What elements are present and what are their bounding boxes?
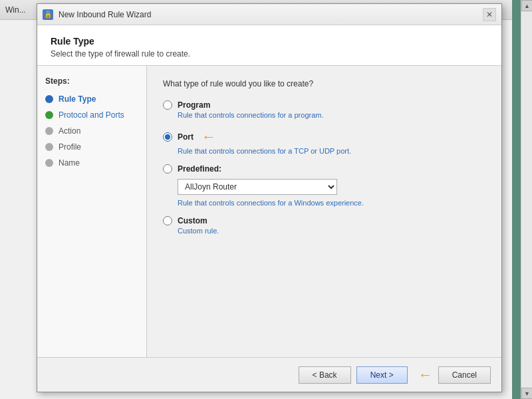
step-label-rule-type: Rule Type	[59, 94, 96, 104]
port-arrow-annotation: ←	[201, 128, 216, 146]
step-action[interactable]: Action	[37, 123, 146, 139]
dialog-header-subtitle: Select the type of firewall rule to crea…	[51, 49, 488, 59]
step-name[interactable]: Name	[37, 155, 146, 171]
step-label-profile: Profile	[59, 142, 81, 152]
bg-window-title: Win...	[5, 5, 26, 15]
radio-program-input[interactable]	[163, 100, 172, 110]
scrollbar[interactable]: ▲ ▼	[521, 0, 532, 399]
radio-custom-row: Custom	[163, 216, 485, 225]
radio-custom-label[interactable]: Custom	[178, 216, 207, 225]
radio-port-inner: Port	[163, 132, 194, 142]
radio-predefined-input[interactable]	[163, 164, 172, 174]
radio-port-desc: Rule that controls connections for a TCP…	[178, 147, 485, 155]
dialog-footer: < Back Next > ← Cancel	[37, 357, 501, 392]
dialog-title: New Inbound Rule Wizard	[59, 10, 151, 19]
dialog-header-title: Rule Type	[51, 36, 488, 47]
dialog-body: Steps: Rule Type Protocol and Ports Acti…	[37, 66, 501, 374]
main-content: What type of rule would you like to crea…	[147, 66, 501, 374]
radio-group: Program Rule that controls connections f…	[163, 100, 485, 235]
radio-port-label[interactable]: Port	[178, 132, 194, 142]
back-button[interactable]: < Back	[299, 366, 351, 384]
radio-custom-input[interactable]	[163, 216, 172, 225]
steps-title: Steps:	[37, 76, 146, 91]
radio-predefined-desc: Rule that controls connections for a Win…	[178, 199, 485, 207]
radio-port: Port ← Rule that controls connections fo…	[163, 128, 485, 155]
radio-predefined-row: Predefined:	[163, 164, 485, 174]
dialog-icon: 🔒	[43, 9, 53, 20]
wizard-dialog: 🔒 New Inbound Rule Wizard ✕ Rule Type Se…	[37, 3, 502, 392]
radio-program-row: Program	[163, 100, 485, 110]
radio-custom-desc: Custom rule.	[178, 227, 485, 235]
scroll-up[interactable]: ▲	[521, 0, 532, 11]
steps-panel: Steps: Rule Type Protocol and Ports Acti…	[37, 66, 147, 374]
radio-predefined-label[interactable]: Predefined:	[178, 164, 221, 174]
step-protocol[interactable]: Protocol and Ports	[37, 107, 146, 123]
next-button[interactable]: Next >	[356, 366, 408, 384]
radio-program-desc: Rule that controls connections for a pro…	[178, 111, 485, 119]
scroll-down[interactable]: ▼	[521, 388, 532, 399]
radio-custom: Custom Custom rule.	[163, 216, 485, 235]
step-dot-protocol	[45, 111, 53, 119]
content-question: What type of rule would you like to crea…	[163, 79, 485, 88]
step-rule-type[interactable]: Rule Type	[37, 91, 146, 107]
step-dot-rule-type	[45, 95, 53, 103]
predefined-dropdown[interactable]: AllJoyn Router	[178, 179, 337, 195]
cancel-button[interactable]: Cancel	[438, 366, 491, 384]
dialog-header: Rule Type Select the type of firewall ru…	[37, 25, 501, 66]
step-profile[interactable]: Profile	[37, 139, 146, 155]
step-label-protocol: Protocol and Ports	[59, 110, 124, 120]
radio-predefined: Predefined: AllJoyn Router Rule that con…	[163, 164, 485, 207]
step-dot-action	[45, 127, 53, 135]
step-label-action: Action	[59, 126, 80, 136]
radio-port-input[interactable]	[163, 132, 172, 142]
dialog-title-area: 🔒 New Inbound Rule Wizard	[43, 9, 151, 20]
cancel-arrow-annotation: ←	[418, 366, 433, 384]
step-dot-profile	[45, 143, 53, 151]
radio-program-label[interactable]: Program	[178, 100, 210, 110]
radio-port-row: Port ←	[163, 128, 485, 146]
dialog-titlebar: 🔒 New Inbound Rule Wizard ✕	[37, 4, 501, 25]
step-dot-name	[45, 159, 53, 167]
close-button[interactable]: ✕	[483, 8, 496, 21]
step-label-name: Name	[59, 158, 80, 168]
radio-program: Program Rule that controls connections f…	[163, 100, 485, 119]
